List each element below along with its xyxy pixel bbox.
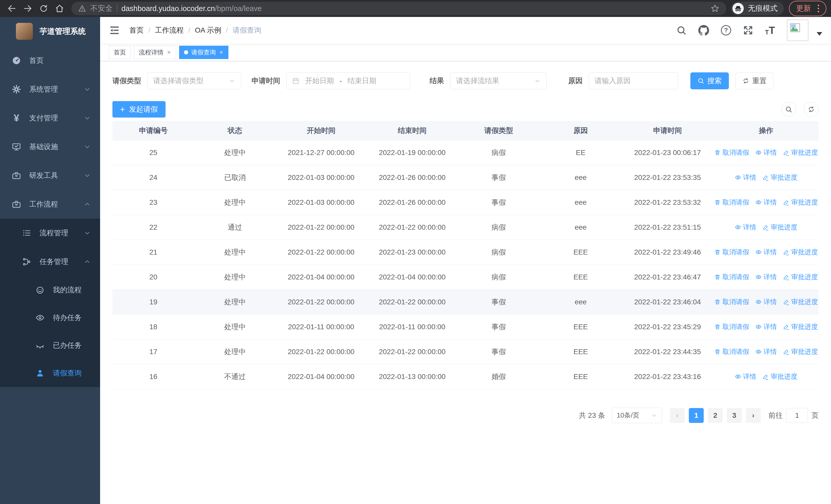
approval-progress-link[interactable]: 审批进度 [783,248,818,257]
cell-start: 2022-01-22 00:00:00 [276,215,367,240]
sidebar: 芋道管理系统 首页 系统管理 ¥ 支付管理 [0,17,100,504]
sidebar-item-task-management[interactable]: 任务管理 [0,247,100,276]
cancel-leave-link[interactable]: 取消请假 [714,347,749,356]
detail-link[interactable]: 详情 [755,148,777,157]
table-row: 25 处理中 2021-12-27 00:00:00 2022-01-19 00… [112,140,819,165]
sidebar-item-home[interactable]: 首页 [0,46,100,75]
detail-link[interactable]: 详情 [755,322,777,331]
sidebar-collapse-button[interactable] [109,25,120,36]
cancel-leave-link[interactable]: 取消请假 [714,248,749,257]
cancel-leave-link[interactable]: 取消请假 [714,297,749,306]
detail-link[interactable]: 详情 [755,198,777,207]
sidebar-item-label: 请假查询 [53,368,91,378]
cell-end: 2022-01-26 00:00:00 [367,190,458,215]
page-button-3[interactable]: 3 [727,408,742,423]
github-link-button[interactable] [698,25,709,36]
detail-link[interactable]: 详情 [755,347,777,356]
sidebar-item-devtools[interactable]: 研发工具 [0,161,100,190]
detail-link[interactable]: 详情 [755,248,777,257]
font-size-button[interactable]: TT [765,25,775,35]
approval-progress-link[interactable]: 审批进度 [783,297,818,306]
approval-progress-link[interactable]: 审批进度 [763,372,797,381]
browser-home-button[interactable] [52,1,67,16]
browser-address-bar[interactable]: 不安全 dashboard.yudao.iocoder.cn/bpm/oa/le… [71,2,726,15]
create-leave-label: 发起请假 [129,105,158,114]
help-button[interactable]: ? [721,25,731,35]
search-button[interactable]: 搜索 [690,72,729,89]
breadcrumb-home[interactable]: 首页 [130,25,144,35]
close-icon[interactable]: × [219,49,224,55]
approval-progress-link[interactable]: 审批进度 [783,148,818,157]
goto-page-input[interactable] [786,408,808,423]
close-icon[interactable]: × [167,49,171,55]
cell-apply-time: 2022-01-22 23:53:32 [622,190,713,215]
sidebar-item-system[interactable]: 系统管理 [0,75,100,104]
tab-process-detail[interactable]: 流程详情 × [134,46,176,59]
sidebar-item-process-management[interactable]: 流程管理 [0,219,100,247]
page-size-select[interactable]: 10条/页 [612,408,662,423]
fullscreen-button[interactable] [743,25,753,35]
eye-icon [755,199,762,206]
approval-progress-link[interactable]: 审批进度 [783,347,818,356]
tab-home[interactable]: 首页 [109,46,131,59]
bookmark-star-icon[interactable] [710,4,720,13]
tab-leave-query[interactable]: 请假查询 × [179,46,228,59]
sidebar-item-label: 已办任务 [53,340,91,350]
navbar-actions: ? TT [676,20,822,41]
approval-progress-link[interactable]: 审批进度 [763,173,797,182]
cancel-leave-link[interactable]: 取消请假 [714,148,749,157]
detail-link[interactable]: 详情 [735,223,756,232]
approval-progress-link[interactable]: 审批进度 [763,223,797,232]
sidebar-item-infrastructure[interactable]: 基础设施 [0,132,100,161]
gear-icon [10,84,23,94]
reset-button[interactable]: 重置 [736,72,774,89]
page-button-1[interactable]: 1 [689,408,704,423]
breadcrumb-oa-example[interactable]: OA 示例 [195,25,222,35]
sidebar-item-my-process[interactable]: 我的流程 [0,276,100,304]
breadcrumb-workflow[interactable]: 工作流程 [155,25,184,35]
cancel-leave-link[interactable]: 取消请假 [714,322,749,331]
header-search-button[interactable] [676,25,687,35]
detail-link[interactable]: 详情 [735,173,756,182]
page-button-2[interactable]: 2 [708,408,723,423]
next-page-button[interactable]: › [746,408,761,423]
sidebar-item-done-tasks[interactable]: 已办任务 [0,331,100,359]
cancel-leave-link[interactable]: 取消请假 [714,198,749,207]
sidebar-item-workflow[interactable]: 工作流程 [0,190,100,219]
cell-status: 处理中 [194,314,276,339]
cell-id: 17 [112,339,194,364]
browser-back-button[interactable] [5,1,19,16]
browser-update-button[interactable]: 更新 [789,1,826,16]
detail-link[interactable]: 详情 [735,372,756,381]
leave-type-select[interactable]: 请选择请假类型 [147,72,241,89]
sidebar-item-label: 研发工具 [29,171,84,180]
app-logo-row[interactable]: 芋道管理系统 [0,17,100,46]
sidebar-menu: 首页 系统管理 ¥ 支付管理 基础设施 [0,46,100,387]
reason-input[interactable] [595,77,672,85]
apply-time-range-picker[interactable]: 开始日期 - 结束日期 [286,72,410,89]
action-label: 审批进度 [791,272,818,281]
table-header-row: 申请编号 状态 开始时间 结束时间 请假类型 原因 申请时间 操作 [112,121,819,140]
sidebar-item-leave-query[interactable]: 请假查询 [0,359,100,387]
cancel-leave-link[interactable]: 取消请假 [714,272,749,281]
action-label: 详情 [764,148,777,157]
trash-icon [714,324,721,330]
browser-reload-button[interactable] [36,1,51,16]
create-leave-button[interactable]: + 发起请假 [112,101,166,118]
approval-progress-link[interactable]: 审批进度 [783,198,818,207]
result-select[interactable]: 请选择流结果 [450,72,547,89]
refresh-table-button[interactable] [804,102,819,117]
prev-page-button[interactable]: ‹ [670,408,685,423]
toggle-search-button[interactable] [781,102,796,117]
browser-menu-icon[interactable] [816,4,821,13]
approval-progress-link[interactable]: 审批进度 [783,272,818,281]
detail-link[interactable]: 详情 [755,272,777,281]
detail-link[interactable]: 详情 [755,297,777,306]
approval-progress-link[interactable]: 审批进度 [783,322,818,331]
sidebar-item-todo-tasks[interactable]: 待办任务 [0,304,100,331]
cell-id: 20 [112,265,194,290]
avatar[interactable] [787,20,808,41]
sidebar-item-payment[interactable]: ¥ 支付管理 [0,104,100,132]
avatar-caret-icon[interactable] [816,32,822,36]
browser-forward-button[interactable] [21,1,35,16]
